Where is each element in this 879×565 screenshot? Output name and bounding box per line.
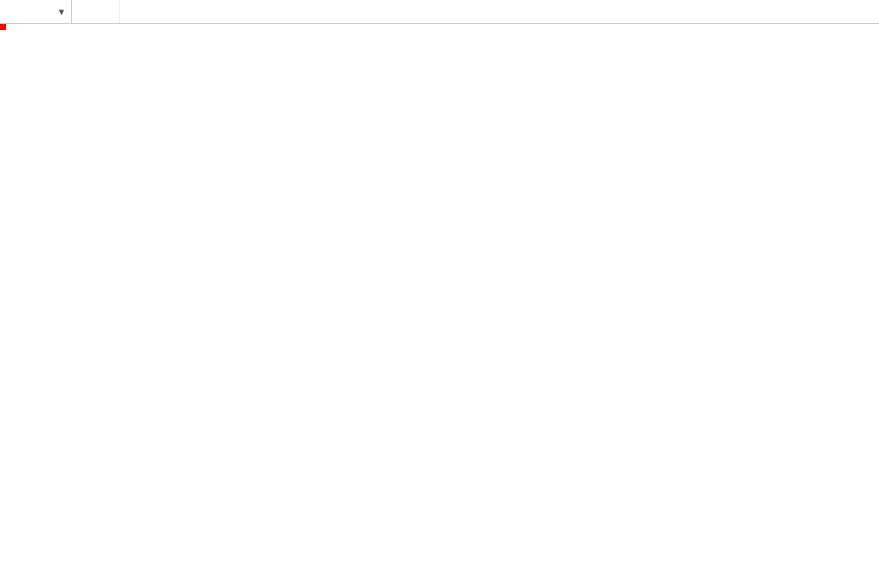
highlight-box xyxy=(0,24,6,30)
formula-input[interactable] xyxy=(120,0,879,23)
formula-bar: ▼ xyxy=(0,0,879,24)
name-box-dropdown-icon[interactable]: ▼ xyxy=(52,0,72,23)
fx-icon[interactable] xyxy=(72,0,120,23)
name-box[interactable] xyxy=(0,0,52,23)
